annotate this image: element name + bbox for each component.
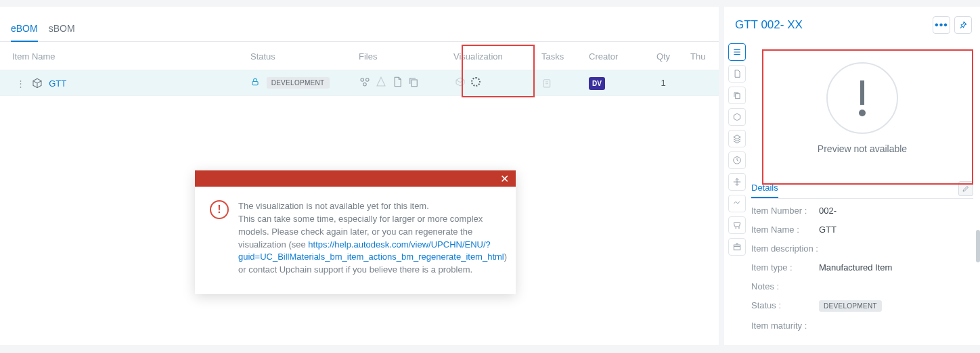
visualization-icon[interactable] (453, 76, 467, 87)
k-item-number: Item Number : (751, 206, 819, 216)
col-item-name[interactable]: Item Name (0, 42, 244, 70)
drag-handle-icon[interactable]: ⋮ (16, 78, 28, 89)
svg-point-2 (366, 78, 370, 82)
svg-rect-8 (734, 245, 740, 250)
error-line1: The visualization is not available yet f… (238, 201, 429, 211)
task-icon[interactable] (541, 78, 575, 89)
item-name-link[interactable]: GTT (49, 78, 66, 89)
side-tab-copy[interactable] (728, 87, 746, 104)
k-item-type: Item type : (751, 262, 819, 273)
v-status: DEVELOPMENT (819, 300, 882, 312)
pin-button[interactable] (954, 16, 972, 34)
tab-ebom[interactable]: eBOM (11, 18, 38, 42)
svg-rect-9 (860, 80, 864, 105)
drafting-icon[interactable] (375, 76, 387, 88)
svg-point-1 (361, 78, 364, 82)
col-thu[interactable]: Thu (684, 42, 719, 70)
qty-value: 1 (643, 70, 684, 96)
col-files[interactable]: Files (352, 42, 447, 70)
v-item-number: 002- (819, 206, 837, 216)
exclamation-icon (826, 62, 898, 134)
pin-icon (958, 20, 968, 30)
v-item-name: GTT (819, 225, 837, 235)
k-item-desc: Item description : (751, 243, 819, 254)
k-status: Status : (751, 300, 819, 312)
side-tab-viz[interactable] (728, 195, 746, 212)
svg-point-10 (859, 110, 866, 116)
bom-table: Item Name Status Files Visualization Tas… (0, 42, 719, 96)
close-icon[interactable]: ✕ (500, 172, 509, 185)
loading-spinner-icon (471, 77, 481, 87)
details-tab[interactable]: Details (751, 179, 778, 198)
k-maturity: Item maturity : (751, 321, 819, 331)
details-list: Item Number :002- Item Name :GTT Item de… (751, 206, 973, 331)
col-status[interactable]: Status (244, 42, 352, 70)
side-tab-layers[interactable] (728, 130, 746, 147)
bom-tabs: eBOM sBOM (0, 7, 719, 42)
cube-icon (32, 78, 45, 89)
lock-icon (250, 77, 263, 87)
more-actions-button[interactable]: ••• (933, 16, 950, 34)
scrollbar[interactable] (976, 230, 980, 345)
k-notes: Notes : (751, 281, 819, 291)
col-tasks[interactable]: Tasks (535, 42, 582, 70)
svg-point-3 (363, 83, 367, 87)
svg-rect-0 (252, 81, 258, 85)
svg-rect-6 (736, 94, 740, 99)
pencil-icon (962, 185, 970, 193)
dots-icon: ••• (935, 19, 948, 31)
side-tab-move[interactable] (728, 173, 746, 191)
side-tab-package[interactable] (728, 238, 746, 256)
side-tab-history[interactable] (728, 151, 746, 169)
table-row[interactable]: ⋮ GTT DEVELOPMENT (0, 70, 719, 96)
svg-rect-4 (411, 80, 417, 87)
page-title: GTT 002- XX (735, 18, 803, 32)
col-qty[interactable]: Qty (643, 42, 684, 70)
error-dialog: ✕ ! The visualization is not available y… (195, 170, 516, 294)
side-tab-rail (724, 41, 747, 345)
side-tab-cart[interactable] (728, 216, 746, 234)
k-item-name: Item Name : (751, 225, 819, 235)
side-tab-cube[interactable] (728, 108, 746, 126)
alert-icon: ! (210, 200, 229, 219)
document-icon[interactable] (391, 76, 403, 88)
assembly-icon[interactable] (359, 76, 371, 88)
copy-icon[interactable] (407, 76, 420, 88)
status-badge: DEVELOPMENT (267, 77, 330, 89)
preview-area: Preview not available (751, 42, 973, 174)
preview-message: Preview not available (818, 143, 907, 154)
creator-avatar[interactable]: DV (589, 77, 605, 90)
edit-button[interactable] (958, 181, 973, 196)
col-creator[interactable]: Creator (582, 42, 643, 70)
tab-sbom[interactable]: sBOM (49, 18, 75, 41)
v-item-type: Manufactured Item (819, 262, 892, 273)
side-tab-document[interactable] (728, 65, 746, 83)
col-visualization[interactable]: Visualization (447, 42, 535, 70)
side-tab-overview[interactable] (728, 43, 746, 61)
